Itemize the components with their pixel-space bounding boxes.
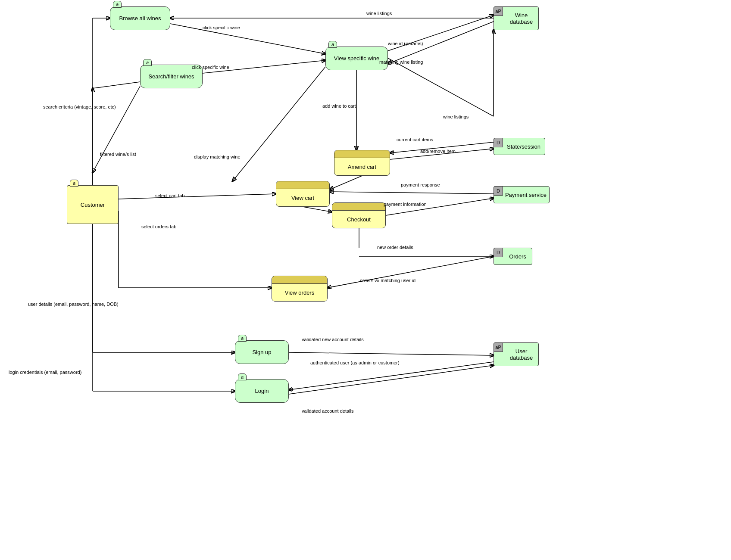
login-label: Login — [255, 388, 269, 394]
login-tab: a — [238, 373, 247, 380]
view-cart-label: View cart — [290, 189, 316, 206]
view-cart-topbar — [276, 181, 329, 189]
user-database-label: User database — [500, 348, 533, 361]
payment-service-label: Payment service — [497, 192, 547, 198]
label-add-wine-cart: add wine to cart — [322, 103, 356, 109]
wine-database-label: Wine database — [500, 12, 533, 25]
view-specific-wine-label: View specific wine — [334, 55, 379, 62]
state-session-tab: D — [494, 138, 503, 147]
sign-up-label: Sign up — [252, 349, 271, 355]
label-wine-listings-2: wine listings — [443, 114, 469, 119]
label-click-specific-1: click specific wine — [203, 25, 240, 30]
svg-line-4 — [388, 22, 494, 64]
checkout-label: Checkout — [345, 211, 372, 228]
label-authenticated-user: authenticated user (as admin or customer… — [310, 360, 400, 365]
svg-line-6 — [93, 82, 140, 88]
svg-line-26 — [289, 352, 494, 355]
svg-line-9 — [390, 149, 494, 159]
label-wine-listings-1: wine listings — [366, 11, 392, 16]
label-select-cart: select cart tab — [155, 193, 184, 198]
orders-label: Orders — [500, 253, 526, 260]
browse-all-wines-node: a Browse all wines — [110, 6, 170, 30]
svg-line-27 — [289, 362, 494, 390]
orders-node: D Orders — [494, 248, 532, 265]
state-session-label: State/session — [498, 143, 540, 150]
label-add-remove: add/remove item — [420, 149, 456, 154]
svg-line-1 — [170, 24, 325, 54]
payment-service-node: D Payment service — [494, 186, 550, 203]
payment-service-tab: D — [494, 186, 503, 196]
label-orders-matching: orders w/ matching user id — [360, 278, 415, 283]
svg-line-7 — [93, 86, 140, 172]
amend-cart-topbar — [334, 150, 390, 158]
label-search-criteria: search criteria (vintage, score, etc) — [43, 104, 116, 109]
browse-all-wines-label: Browse all wines — [119, 15, 161, 22]
search-filter-label: Search/filter wines — [148, 73, 194, 80]
svg-line-18 — [330, 192, 494, 194]
wine-database-node: aP Wine database — [494, 6, 539, 30]
label-payment-response: payment response — [401, 182, 440, 187]
svg-line-30 — [289, 365, 494, 394]
checkout-topbar — [332, 203, 385, 211]
label-payment-info: payment information — [384, 202, 427, 207]
view-orders-label: View orders — [283, 284, 316, 301]
label-user-details: user details (email, password, name, DOB… — [28, 302, 119, 307]
sign-up-tab: a — [238, 335, 247, 342]
user-database-node: aP User database — [494, 342, 539, 366]
svg-line-23 — [328, 256, 494, 288]
label-new-order: new order details — [377, 245, 413, 250]
view-specific-wine-node: a View specific wine — [325, 47, 388, 70]
svg-line-11 — [388, 58, 494, 116]
view-specific-wine-tab: a — [328, 41, 337, 48]
user-db-tab: aP — [494, 342, 503, 352]
label-validated-account-details: validated account details — [302, 408, 353, 414]
label-current-cart: current cart items — [397, 137, 433, 142]
view-cart-node: View cart — [276, 181, 330, 207]
wine-db-tab: aP — [494, 6, 503, 16]
label-validated-account: validated new account details — [302, 337, 364, 342]
label-filtered-list: filtered wine/s list — [100, 152, 136, 157]
state-session-node: D State/session — [494, 138, 545, 155]
diagram-container: a Browse all wines a Search/filter wines… — [0, 0, 731, 560]
amend-cart-node: Amend cart — [334, 150, 390, 176]
orders-tab: D — [494, 248, 503, 257]
search-filter-wines-node: a Search/filter wines — [140, 65, 203, 88]
view-orders-topbar — [272, 276, 327, 284]
svg-line-13 — [233, 67, 325, 181]
amend-cart-label: Amend cart — [346, 158, 378, 175]
label-display-matching: display matching wine — [194, 154, 241, 159]
view-orders-node: View orders — [272, 276, 328, 302]
svg-line-10 — [390, 142, 494, 153]
arrows-svg — [0, 0, 731, 560]
login-node: a Login — [235, 379, 289, 403]
search-filter-tab: a — [143, 59, 152, 66]
sign-up-node: a Sign up — [235, 340, 289, 364]
label-login-credentials: login credentials (email, password) — [9, 370, 81, 375]
svg-line-2 — [203, 60, 325, 73]
customer-node: a Customer — [67, 185, 119, 224]
svg-line-15 — [303, 207, 332, 212]
label-wine-id: wine id (params) — [388, 41, 423, 46]
svg-line-17 — [386, 198, 494, 215]
label-select-orders: select orders tab — [141, 224, 176, 229]
svg-line-3 — [388, 15, 494, 51]
browse-all-wines-tab: a — [113, 1, 122, 8]
customer-tab: a — [70, 180, 78, 187]
svg-line-14 — [119, 194, 276, 199]
customer-label: Customer — [81, 202, 105, 208]
svg-line-16 — [330, 176, 362, 190]
checkout-node: Checkout — [332, 202, 386, 228]
